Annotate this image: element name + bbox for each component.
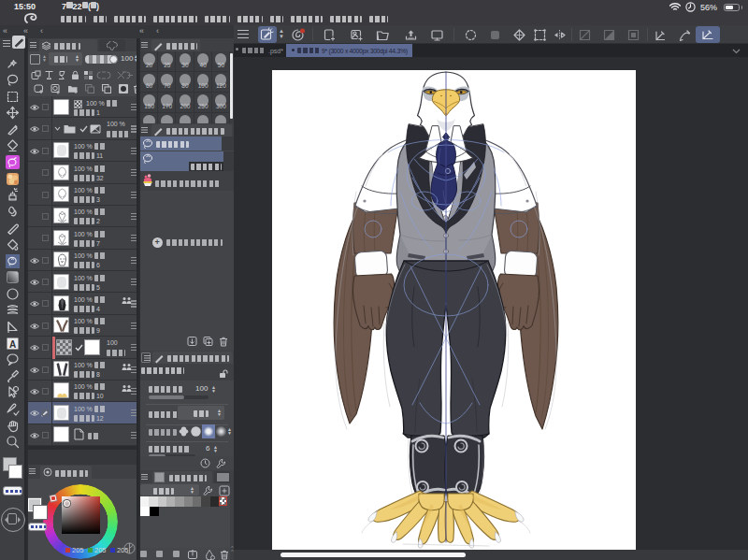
svg-text:A: A	[9, 339, 16, 350]
